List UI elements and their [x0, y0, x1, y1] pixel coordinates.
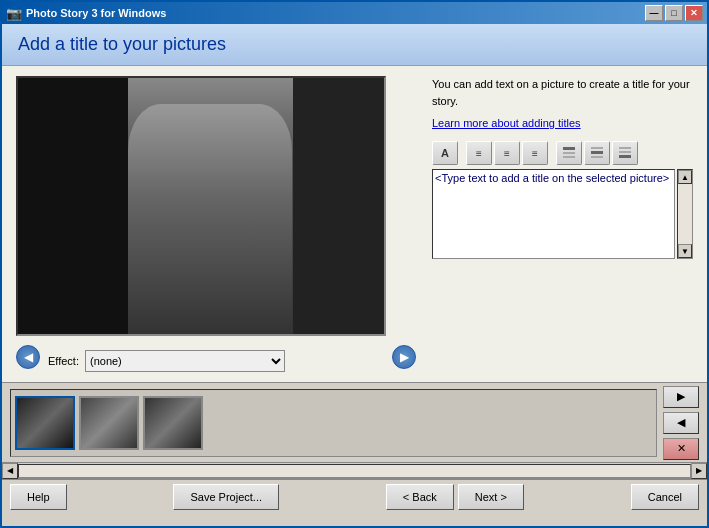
position-bot-button[interactable] — [612, 141, 638, 165]
svg-rect-0 — [563, 147, 575, 150]
svg-rect-7 — [619, 151, 631, 153]
titlebar: 📷 Photo Story 3 for Windows — □ ✕ — [2, 2, 707, 24]
thumb-image-3 — [145, 398, 201, 448]
main-content: ◀ Effect: (none) Black and White Sepia ▶… — [2, 66, 707, 382]
format-toolbar: A ≡ ≡ ≡ — [432, 141, 693, 165]
image-container — [16, 76, 386, 336]
scroll-up-button[interactable]: ▲ — [678, 170, 692, 184]
filmstrip-back-button[interactable]: ◀ — [663, 412, 699, 434]
description-text: You can add text on a picture to create … — [432, 76, 693, 109]
photo-figure — [128, 104, 293, 334]
photo-area — [18, 78, 384, 334]
left-panel: ◀ Effect: (none) Black and White Sepia ▶ — [16, 76, 416, 372]
filmstrip-thumb-1[interactable] — [15, 396, 75, 450]
next-arrow-button[interactable]: ▶ — [392, 345, 416, 369]
svg-rect-4 — [591, 151, 603, 154]
photo-shadow-right — [293, 78, 385, 334]
hscroll-right-button[interactable]: ▶ — [691, 463, 707, 479]
svg-rect-3 — [591, 147, 603, 149]
title-textarea[interactable]: <Type text to add a title on the selecte… — [432, 169, 675, 259]
scroll-track — [678, 184, 692, 244]
filmstrip-thumb-2[interactable] — [79, 396, 139, 450]
align-left-button[interactable]: ≡ — [466, 141, 492, 165]
effect-row: Effect: (none) Black and White Sepia — [48, 350, 384, 372]
svg-rect-5 — [591, 156, 603, 158]
image-nav: ◀ Effect: (none) Black and White Sepia ▶ — [16, 342, 416, 372]
save-project-button[interactable]: Save Project... — [173, 484, 279, 510]
bottom-bar: Help Save Project... < Back Next > Cance… — [2, 478, 707, 514]
svg-rect-6 — [619, 147, 631, 149]
nav-buttons: < Back Next > — [386, 484, 524, 510]
help-button[interactable]: Help — [10, 484, 67, 510]
hscroll-track — [18, 464, 691, 478]
learn-more-link[interactable]: Learn more about adding titles — [432, 117, 693, 129]
page-title: Add a title to your pictures — [18, 34, 691, 55]
back-button[interactable]: < Back — [386, 484, 454, 510]
effect-select[interactable]: (none) Black and White Sepia — [85, 350, 285, 372]
position-mid-button[interactable] — [584, 141, 610, 165]
align-right-button[interactable]: ≡ — [522, 141, 548, 165]
vertical-scrollbar[interactable]: ▲ ▼ — [677, 169, 693, 259]
align-center-button[interactable]: ≡ — [494, 141, 520, 165]
titlebar-controls: — □ ✕ — [645, 5, 703, 21]
hscroll-left-button[interactable]: ◀ — [2, 463, 18, 479]
pos-mid-icon — [590, 146, 604, 160]
page-header: Add a title to your pictures — [2, 24, 707, 66]
svg-rect-1 — [563, 152, 575, 154]
filmstrip-delete-button[interactable]: ✕ — [663, 438, 699, 460]
next-button[interactable]: Next > — [458, 484, 524, 510]
thumb-image-1 — [17, 398, 73, 448]
font-button[interactable]: A — [432, 141, 458, 165]
filmstrip-thumb-3[interactable] — [143, 396, 203, 450]
titlebar-title: Photo Story 3 for Windows — [26, 7, 166, 19]
filmstrip-forward-button[interactable]: ▶ — [663, 386, 699, 408]
svg-rect-2 — [563, 156, 575, 158]
effect-label: Effect: — [48, 355, 79, 367]
pos-top-icon — [562, 146, 576, 160]
text-input-area: <Type text to add a title on the selecte… — [432, 169, 693, 259]
minimize-button[interactable]: — — [645, 5, 663, 21]
filmstrip-scroll — [10, 389, 657, 457]
photo-shadow-left — [18, 78, 128, 334]
close-button[interactable]: ✕ — [685, 5, 703, 21]
cancel-button[interactable]: Cancel — [631, 484, 699, 510]
position-top-button[interactable] — [556, 141, 582, 165]
horizontal-scrollbar: ◀ ▶ — [2, 462, 707, 478]
pos-bot-icon — [618, 146, 632, 160]
filmstrip-side-buttons: ▶ ◀ ✕ — [663, 386, 699, 460]
filmstrip-area: ▶ ◀ ✕ — [2, 382, 707, 462]
scroll-down-button[interactable]: ▼ — [678, 244, 692, 258]
maximize-button[interactable]: □ — [665, 5, 683, 21]
prev-arrow-button[interactable]: ◀ — [16, 345, 40, 369]
thumb-image-2 — [81, 398, 137, 448]
right-panel: You can add text on a picture to create … — [432, 76, 693, 372]
svg-rect-8 — [619, 155, 631, 158]
titlebar-icon: 📷 — [6, 6, 22, 21]
